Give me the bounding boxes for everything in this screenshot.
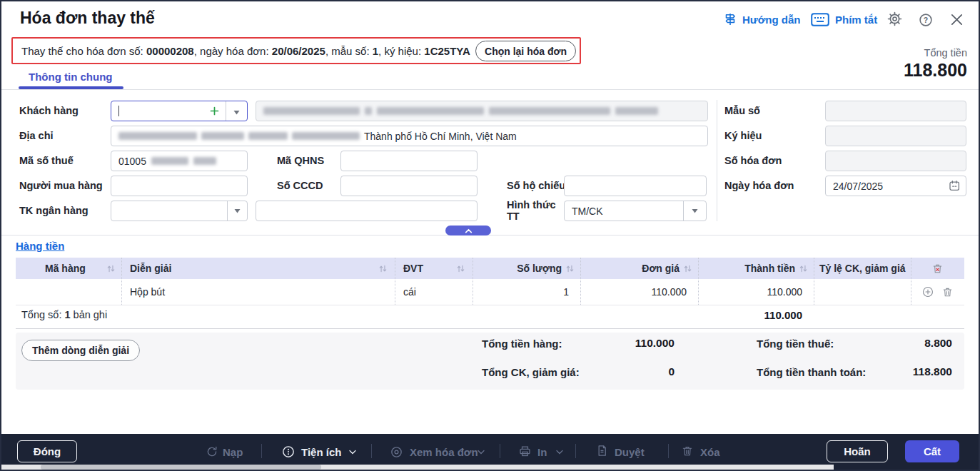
utilities-icon[interactable]: [281, 445, 295, 459]
horizontal-scrollbar-thumb[interactable]: [41, 465, 321, 470]
column-header-thanh-tien[interactable]: Thành tiền: [698, 258, 814, 279]
section-divider: [0, 235, 980, 236]
buyer-input[interactable]: [111, 176, 248, 196]
sort-icon[interactable]: [683, 264, 692, 273]
cell-dvt[interactable]: cái: [395, 279, 473, 305]
row-divider: [16, 305, 964, 305]
add-customer-icon[interactable]: [208, 105, 221, 117]
summary-label-ck-giam-gia: Tổng CK, giảm giá:: [482, 366, 580, 378]
add-description-row-button[interactable]: Thêm dòng diễn giải: [21, 340, 140, 361]
close-icon[interactable]: [949, 11, 965, 28]
template-no-input: [825, 101, 966, 121]
address-input[interactable]: Thành phố Hồ Chí Minh, Việt Nam: [111, 126, 708, 146]
save-button[interactable]: Cất: [905, 440, 959, 462]
column-header-don-gia[interactable]: Đơn giá: [580, 258, 698, 279]
view-invoice-button: Xem hóa đơn: [410, 446, 478, 458]
close-button[interactable]: Đóng: [17, 440, 77, 462]
column-header-ty-le-ck[interactable]: Tỷ lệ CK, giảm giá: [814, 258, 911, 279]
bank-name-input[interactable]: [256, 201, 478, 221]
guide-icon[interactable]: [722, 11, 738, 27]
row-delete-icon[interactable]: [941, 286, 954, 298]
approve-icon: [595, 444, 609, 457]
column-label: Đơn giá: [642, 263, 680, 274]
combo-divider: [226, 101, 226, 121]
tab-divider: [0, 89, 980, 90]
cell-so-luong[interactable]: 1: [473, 279, 580, 305]
cell-dien-giai[interactable]: Hộp bút: [121, 279, 395, 305]
tax-code-input[interactable]: 01005: [111, 151, 248, 171]
cccd-label: Số CCCD: [277, 180, 323, 191]
cell-ma-hang[interactable]: [16, 279, 121, 305]
customer-dropdown-icon[interactable]: [233, 109, 241, 116]
address-visible-text: Thành phố Hồ Chí Minh, Việt Nam: [364, 131, 517, 142]
sort-icon[interactable]: [565, 264, 575, 273]
record-count: Tổng số: 1 bản ghi: [21, 309, 107, 320]
form-vertical-divider: [717, 100, 717, 221]
sort-icon[interactable]: [106, 264, 116, 273]
column-header-dvt[interactable]: ĐVT: [395, 258, 473, 279]
collapse-form-button[interactable]: [445, 226, 491, 236]
column-label: Tỷ lệ CK, giảm giá: [819, 263, 906, 274]
guide-link[interactable]: Hướng dẫn: [742, 14, 801, 26]
record-count-value: 1: [64, 309, 70, 320]
calendar-icon[interactable]: [948, 179, 961, 192]
invoice-no-label: Số hóa đơn: [724, 155, 782, 166]
bank-account-label: TK ngân hàng: [19, 205, 89, 216]
cccd-input[interactable]: [340, 176, 478, 196]
passport-input[interactable]: [564, 176, 707, 196]
symbol-label: Ký hiệu: [724, 130, 762, 141]
column-header-ma-hang[interactable]: Mã hàng: [16, 258, 121, 279]
approve-button: Duyệt: [615, 446, 645, 458]
cell-thanh-tien[interactable]: 110.000: [698, 279, 814, 305]
payment-method-label: Hình thức TT: [507, 199, 558, 222]
notice-text: , mẫu số:: [325, 45, 370, 57]
summary-value-tien-hang: 110.000: [567, 337, 675, 350]
payment-dropdown-icon[interactable]: [683, 201, 706, 221]
utilities-button[interactable]: Tiện ích: [301, 446, 341, 458]
help-icon[interactable]: ?: [918, 12, 934, 28]
reselect-invoice-button[interactable]: Chọn lại hóa đơn: [475, 41, 576, 61]
bank-account-select[interactable]: [111, 201, 248, 221]
notice-invoice-no: 00000208: [146, 45, 194, 57]
column-header-dien-giai[interactable]: Diễn giải: [121, 258, 395, 279]
summary-value-ck-giam-gia: 0: [567, 365, 675, 378]
cell-don-gia[interactable]: 110.000: [580, 279, 698, 305]
notice-serial: 1C25TYA: [424, 45, 470, 57]
cell-ty-le-ck[interactable]: [814, 279, 911, 305]
toolbar-separator: [500, 444, 500, 458]
column-header-so-luong[interactable]: Số lượng: [473, 258, 580, 279]
delete-all-rows-button[interactable]: [911, 258, 964, 279]
payment-method-select[interactable]: TM/CK: [564, 201, 707, 221]
postpone-button[interactable]: Hoãn: [827, 440, 888, 462]
column-label: Diễn giải: [130, 263, 171, 274]
qhns-label: Mã QHNS: [277, 155, 324, 166]
sort-icon[interactable]: [378, 264, 388, 273]
delete-all-icon[interactable]: [931, 263, 944, 275]
print-icon: [518, 445, 532, 458]
invoice-date-input[interactable]: 24/07/2025: [825, 176, 966, 196]
sort-icon[interactable]: [799, 264, 808, 273]
column-label: Thành tiền: [744, 263, 795, 274]
reload-icon: [206, 445, 218, 458]
payment-method-value: TM/CK: [572, 206, 603, 217]
add-line-icon[interactable]: [921, 285, 934, 298]
total-amount-value: 118.800: [789, 60, 967, 81]
bank-dropdown-icon[interactable]: [227, 201, 247, 221]
keyboard-icon[interactable]: [811, 13, 829, 26]
column-label: Số lượng: [517, 263, 562, 274]
qhns-input[interactable]: [340, 151, 478, 171]
shortcuts-link[interactable]: Phím tắt: [835, 14, 877, 26]
summary-label-tien-hang: Tổng tiền hàng:: [482, 338, 562, 350]
page-title: Hóa đơn thay thế: [20, 9, 155, 28]
customer-code-combobox[interactable]: [111, 101, 248, 121]
notice-text: , ký hiệu:: [378, 45, 421, 57]
sort-icon[interactable]: [456, 264, 465, 273]
tab-general-info[interactable]: Thông tin chung: [29, 71, 112, 83]
utilities-chevron-icon[interactable]: [348, 449, 357, 455]
customer-name-field: [256, 101, 708, 121]
toolbar-separator: [261, 444, 262, 458]
items-section-link[interactable]: Hàng tiền: [16, 240, 64, 252]
template-no-label: Mẫu số: [724, 105, 760, 116]
summary-value-thanh-toan: 118.800: [845, 365, 952, 378]
gear-icon[interactable]: [886, 11, 903, 27]
